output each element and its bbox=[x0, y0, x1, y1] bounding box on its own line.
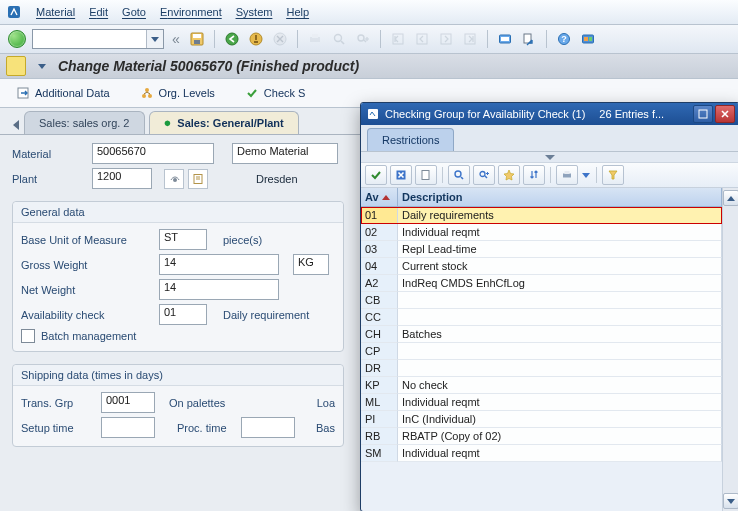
cell-description: RBATP (Copy of 02) bbox=[398, 428, 722, 445]
cell-description bbox=[398, 360, 722, 377]
collapse-search-area[interactable] bbox=[361, 152, 738, 163]
table-row[interactable]: CHBatches bbox=[361, 326, 722, 343]
plant-label: Plant bbox=[12, 173, 84, 185]
menu-material[interactable]: Material bbox=[36, 6, 75, 18]
trans-grp-field[interactable]: 0001 bbox=[101, 392, 155, 413]
table-row[interactable]: PIInC (Individual) bbox=[361, 411, 722, 428]
dialog-tab-strip: Restrictions bbox=[361, 125, 738, 152]
table-row[interactable]: DR bbox=[361, 360, 722, 377]
menu-edit[interactable]: Edit bbox=[89, 6, 108, 18]
tab-sales-org-2[interactable]: Sales: sales org. 2 bbox=[24, 111, 145, 134]
table-row[interactable]: 04Current stock bbox=[361, 258, 722, 275]
tab-sales-general-plant[interactable]: ●Sales: General/Plant bbox=[149, 111, 299, 134]
cell-av: DR bbox=[361, 360, 398, 377]
additional-data-button[interactable]: Additional Data bbox=[10, 81, 116, 105]
groupbox-general-data: General data Base Unit of Measure ST pie… bbox=[12, 201, 344, 352]
availability-check-text: Daily requirement bbox=[223, 309, 309, 321]
value-help-icon[interactable] bbox=[188, 169, 208, 189]
vertical-scrollbar[interactable] bbox=[722, 188, 738, 511]
check-screen-label: Check S bbox=[264, 87, 306, 99]
generate-shortcut-icon[interactable] bbox=[520, 30, 538, 48]
table-row[interactable]: MLIndividual reqmt bbox=[361, 394, 722, 411]
cell-av: 04 bbox=[361, 258, 398, 275]
command-field[interactable] bbox=[32, 29, 164, 49]
help-icon[interactable]: ? bbox=[555, 30, 573, 48]
title-menu-icon[interactable] bbox=[34, 58, 50, 74]
proc-time-field[interactable] bbox=[241, 417, 295, 438]
setup-time-field[interactable] bbox=[101, 417, 155, 438]
table-row[interactable]: CP bbox=[361, 343, 722, 360]
material-desc-field[interactable]: Demo Material bbox=[232, 143, 338, 164]
cell-av: KP bbox=[361, 377, 398, 394]
new-search-icon[interactable] bbox=[415, 165, 437, 185]
customize-layout-icon[interactable] bbox=[579, 30, 597, 48]
table-row[interactable]: 02Individual reqmt bbox=[361, 224, 722, 241]
groupbox-title: Shipping data (times in days) bbox=[13, 365, 343, 386]
availability-check-field[interactable]: 01 bbox=[159, 304, 207, 325]
svg-point-37 bbox=[455, 171, 461, 177]
column-header-description[interactable]: Description bbox=[398, 188, 722, 206]
new-session-icon[interactable] bbox=[496, 30, 514, 48]
cell-description: Batches bbox=[398, 326, 722, 343]
display-plant-icon[interactable] bbox=[164, 169, 184, 189]
table-row[interactable]: KPNo check bbox=[361, 377, 722, 394]
accept-icon[interactable] bbox=[365, 165, 387, 185]
collapse-toolbar-icon[interactable]: « bbox=[170, 31, 182, 47]
tab-scroll-left-icon[interactable] bbox=[8, 116, 24, 134]
table-row[interactable]: 03Repl Lead-time bbox=[361, 241, 722, 258]
menu-system[interactable]: System bbox=[236, 6, 273, 18]
groupbox-title: General data bbox=[13, 202, 343, 223]
uom-field[interactable]: ST bbox=[159, 229, 207, 250]
find-icon[interactable] bbox=[448, 165, 470, 185]
personalize-button[interactable] bbox=[693, 105, 713, 123]
cancel-icon[interactable] bbox=[271, 30, 289, 48]
print-dropdown-icon[interactable] bbox=[581, 166, 591, 184]
filter-icon[interactable] bbox=[602, 165, 624, 185]
scroll-up-icon[interactable] bbox=[723, 190, 738, 206]
material-field[interactable]: 50065670 bbox=[92, 143, 214, 164]
table-row[interactable]: A2IndReq CMDS EnhCfLog bbox=[361, 275, 722, 292]
svg-point-9 bbox=[334, 35, 341, 42]
table-row[interactable]: RBRBATP (Copy of 02) bbox=[361, 428, 722, 445]
cell-description: Current stock bbox=[398, 258, 722, 275]
tab-restrictions[interactable]: Restrictions bbox=[367, 128, 454, 151]
command-field-dropdown-icon[interactable] bbox=[146, 30, 163, 48]
gross-weight-field[interactable]: 14 bbox=[159, 254, 279, 275]
exit-icon[interactable] bbox=[247, 30, 265, 48]
table-row[interactable]: 01Daily requirements bbox=[361, 207, 722, 224]
svg-line-12 bbox=[364, 40, 366, 42]
menu-environment[interactable]: Environment bbox=[160, 6, 222, 18]
save-icon[interactable] bbox=[188, 30, 206, 48]
cancel-selection-icon[interactable] bbox=[390, 165, 412, 185]
back-icon[interactable] bbox=[223, 30, 241, 48]
org-levels-button[interactable]: Org. Levels bbox=[134, 81, 221, 105]
menu-help[interactable]: Help bbox=[286, 6, 309, 18]
weight-unit-field[interactable]: KG bbox=[293, 254, 329, 275]
additional-data-label: Additional Data bbox=[35, 87, 110, 99]
cell-description: Individual reqmt bbox=[398, 445, 722, 462]
tab-label: Restrictions bbox=[382, 134, 439, 146]
first-page-icon bbox=[389, 30, 407, 48]
personal-list-icon[interactable] bbox=[498, 165, 520, 185]
net-weight-field[interactable]: 14 bbox=[159, 279, 279, 300]
cell-description: IndReq CMDS EnhCfLog bbox=[398, 275, 722, 292]
sort-icon[interactable] bbox=[523, 165, 545, 185]
check-screen-button[interactable]: Check S bbox=[239, 81, 312, 105]
close-button[interactable] bbox=[715, 105, 735, 123]
print-icon[interactable] bbox=[556, 165, 578, 185]
column-header-av[interactable]: Av bbox=[361, 188, 398, 206]
enter-ok-icon[interactable] bbox=[8, 30, 26, 48]
batch-management-checkbox[interactable]: Batch management bbox=[21, 329, 335, 343]
svg-line-38 bbox=[461, 177, 463, 179]
table-row[interactable]: CB bbox=[361, 292, 722, 309]
scroll-down-icon[interactable] bbox=[723, 493, 738, 509]
find-next-icon[interactable] bbox=[473, 165, 495, 185]
svg-rect-42 bbox=[565, 171, 570, 174]
transaction-title-bar: Change Material 50065670 (Finished produ… bbox=[0, 54, 738, 79]
svg-rect-14 bbox=[417, 34, 427, 44]
menu-goto[interactable]: Goto bbox=[122, 6, 146, 18]
svg-text:?: ? bbox=[561, 34, 567, 44]
plant-field[interactable]: 1200 bbox=[92, 168, 152, 189]
table-row[interactable]: SMIndividual reqmt bbox=[361, 445, 722, 462]
table-row[interactable]: CC bbox=[361, 309, 722, 326]
